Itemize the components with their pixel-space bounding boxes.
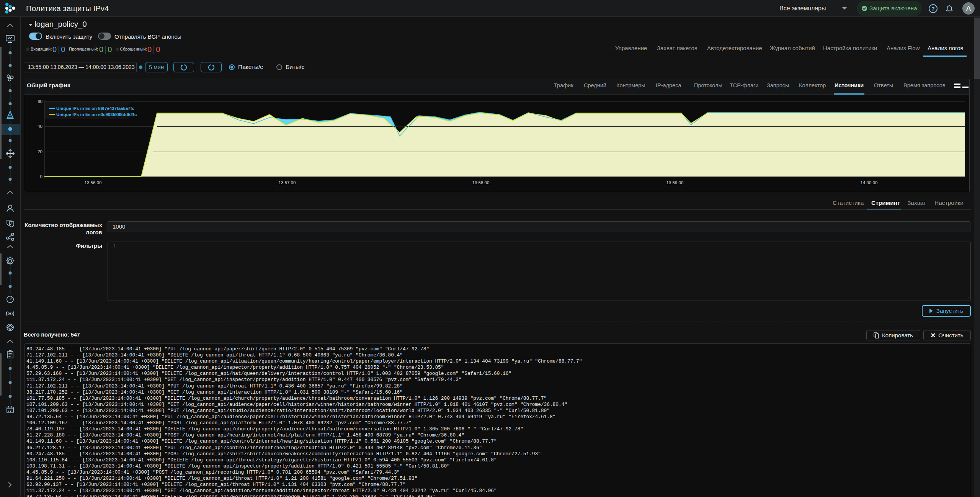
svg-text:13:59:00: 13:59:00 xyxy=(666,180,684,185)
svg-text:13:58:00: 13:58:00 xyxy=(472,180,490,185)
svg-text:13:56:00: 13:56:00 xyxy=(85,180,102,185)
svg-text:40: 40 xyxy=(38,124,42,129)
svg-text:14:00:00: 14:00:00 xyxy=(861,180,878,185)
svg-text:60: 60 xyxy=(38,99,42,104)
svg-text:Unique IPs in 5s on e0c9035898: Unique IPs in 5s on e0c9035898dd52fc xyxy=(56,112,137,117)
svg-text:20: 20 xyxy=(38,149,42,154)
svg-text:0: 0 xyxy=(40,174,42,179)
svg-text:Unique IPs in 5s on 86f7e437fa: Unique IPs in 5s on 86f7e437faa5a7fc xyxy=(56,106,135,111)
svg-text:13:57:00: 13:57:00 xyxy=(279,180,296,185)
svg-text:?: ? xyxy=(931,6,935,12)
